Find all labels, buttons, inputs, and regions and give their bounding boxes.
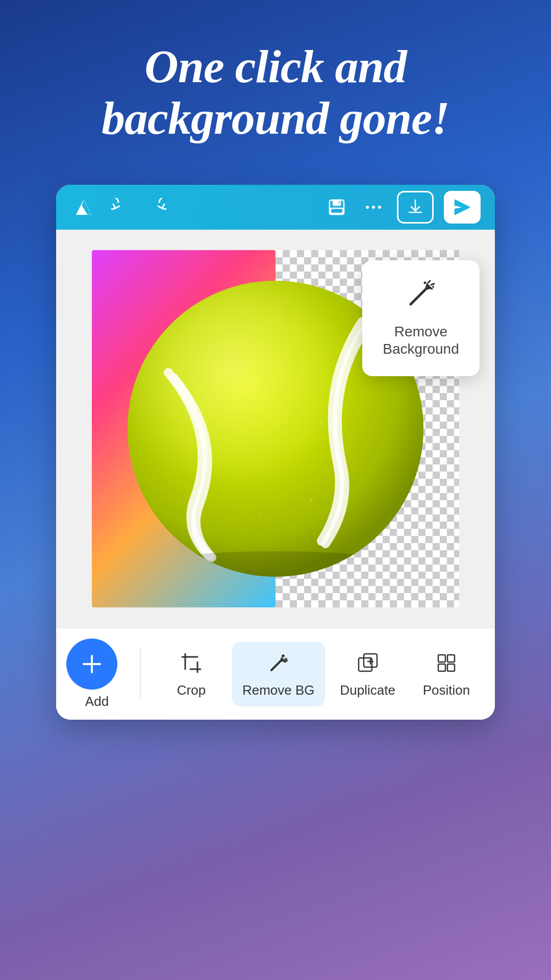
svg-rect-5: [338, 201, 340, 204]
duplicate-label: Duplicate: [340, 682, 395, 698]
app-toolbar: [56, 185, 495, 230]
duplicate-icon: [355, 650, 381, 676]
app-logo: [70, 194, 97, 220]
send-button[interactable]: [444, 191, 481, 224]
more-button[interactable]: [360, 194, 387, 220]
canvas-area: RemoveBackground: [56, 230, 495, 628]
toolbar-separator: [140, 649, 141, 700]
svg-rect-44: [438, 655, 445, 662]
position-tool[interactable]: Position: [411, 642, 482, 706]
svg-line-24: [431, 284, 434, 285]
app-card: RemoveBackground Add: [56, 185, 495, 720]
download-button[interactable]: [397, 191, 434, 224]
crop-icon: [178, 650, 205, 676]
svg-point-38: [282, 655, 284, 657]
svg-rect-47: [447, 664, 455, 671]
remove-bg-label: Remove BG: [242, 682, 315, 698]
bottom-toolbar: Add Crop: [56, 628, 495, 720]
headline-line2: background gone!: [56, 92, 495, 144]
undo-button[interactable]: [107, 194, 134, 220]
svg-line-25: [429, 288, 432, 289]
svg-line-23: [428, 281, 430, 283]
svg-line-34: [271, 661, 281, 670]
svg-point-39: [285, 660, 287, 662]
svg-point-7: [372, 206, 375, 209]
remove-background-label: RemoveBackground: [383, 323, 459, 357]
svg-point-26: [424, 282, 427, 284]
svg-rect-4: [331, 208, 343, 213]
svg-line-22: [411, 290, 425, 304]
tool-items: Crop Remove BG: [153, 642, 485, 706]
position-icon: [433, 650, 460, 676]
magic-wand-icon: [406, 279, 436, 315]
save-button[interactable]: [323, 194, 350, 220]
svg-marker-9: [455, 200, 469, 214]
add-tool-wrapper: Add: [66, 639, 128, 709]
add-label: Add: [85, 694, 109, 709]
svg-line-36: [285, 658, 287, 659]
crop-label: Crop: [177, 682, 206, 698]
svg-point-27: [432, 286, 434, 288]
svg-point-8: [378, 206, 381, 209]
svg-rect-46: [438, 664, 445, 671]
duplicate-tool[interactable]: Duplicate: [330, 642, 406, 706]
svg-point-6: [366, 206, 369, 209]
crop-tool[interactable]: Crop: [156, 642, 227, 706]
position-label: Position: [423, 682, 470, 698]
svg-rect-45: [447, 655, 455, 662]
headline-line1: One click and: [56, 41, 495, 92]
headline: One click and background gone!: [56, 41, 495, 144]
remove-bg-tool[interactable]: Remove BG: [232, 642, 325, 706]
image-container: RemoveBackground: [92, 250, 459, 607]
remove-background-tooltip[interactable]: RemoveBackground: [362, 260, 480, 376]
redo-button[interactable]: [144, 194, 170, 220]
add-button[interactable]: [66, 639, 117, 690]
svg-point-21: [143, 551, 408, 582]
remove-bg-icon: [265, 650, 292, 676]
